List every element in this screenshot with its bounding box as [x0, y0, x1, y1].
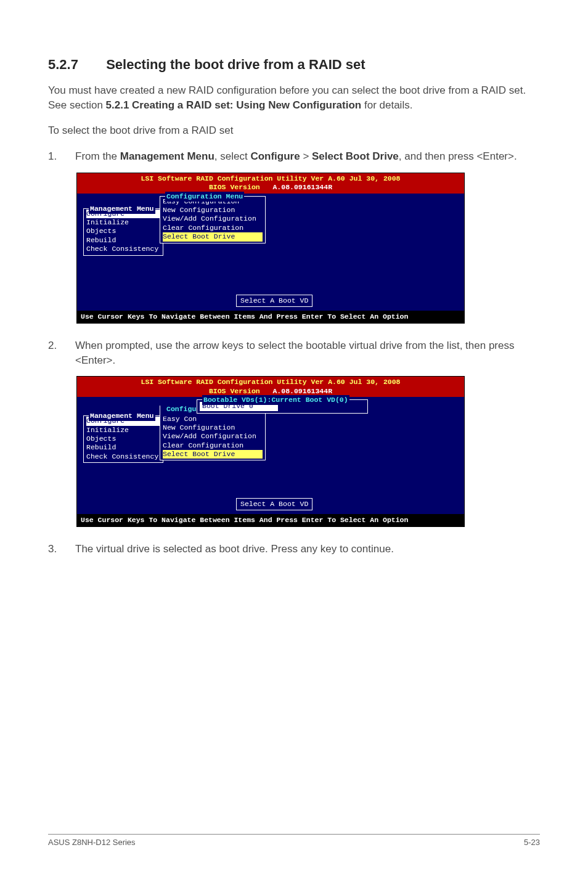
bios1-select-boot-vd-label: Select A Boot VD — [240, 296, 308, 304]
step-3-text: The virtual drive is selected as boot dr… — [75, 542, 540, 557]
step-3: 3. The virtual drive is selected as boot… — [48, 542, 540, 557]
step-1-frag-4: , and then press <Enter>. — [399, 150, 517, 162]
section-number: 5.2.7 — [48, 55, 102, 75]
step-1-bold-1: Management Menu — [120, 150, 214, 162]
step-2-number: 2. — [48, 338, 75, 368]
bios2-bootable-vds: Bootable VDs(1):Current Boot VD(0) Boot … — [197, 399, 368, 414]
step-1-number: 1. — [48, 149, 75, 164]
bios2-management-menu: Management Menu Configure Initialize Obj… — [83, 415, 163, 463]
step-1-bold-3: Select Boot Drive — [312, 150, 399, 162]
bios2-header-line2a: BIOS Version — [209, 387, 260, 395]
bios2-header: LSI Software RAID Configuration Utility … — [77, 377, 464, 397]
footer-right: 5-23 — [524, 837, 540, 848]
bios1-mgmt-check[interactable]: Check Consistency — [86, 245, 160, 253]
bios1-header: LSI Software RAID Configuration Utility … — [77, 173, 464, 194]
lead-paragraph: To select the boot drive from a RAID set — [48, 123, 540, 138]
bios2-select-boot-vd: Select A Boot VD — [236, 498, 312, 510]
section-title: Selecting the boot drive from a RAID set — [106, 57, 365, 72]
bios1-config-menu: Configuration Menu Easy Configuration Ne… — [160, 196, 266, 243]
page-footer: ASUS Z8NH-D12 Series 5-23 — [48, 834, 540, 848]
section-heading: 5.2.7 Selecting the boot drive from a RA… — [48, 55, 540, 75]
bios-screenshot-1: LSI Software RAID Configuration Utility … — [76, 173, 465, 324]
bios1-header-line2b: A.08.09161344R — [272, 183, 332, 191]
step-2: 2. When prompted, use the arrow keys to … — [48, 338, 540, 368]
bios2-mgmt-initialize[interactable]: Initialize — [86, 426, 160, 435]
bios2-config-menu: Configu x Easy Con New Configuration Vie… — [160, 406, 266, 460]
bios2-select-boot-vd-label: Select A Boot VD — [240, 500, 308, 508]
bios1-cfg-new[interactable]: New Configuration — [163, 206, 263, 214]
bios1-cfg-select[interactable]: Select Boot Drive — [163, 232, 263, 241]
bios1-mgmt-rebuild[interactable]: Rebuild — [86, 236, 160, 245]
step-1-text: From the Management Menu, select Configu… — [75, 149, 540, 164]
step-1-frag-2: , select — [214, 150, 251, 162]
bios1-footer: Use Cursor Keys To Navigate Between Item… — [77, 311, 464, 323]
bios-screenshot-2: LSI Software RAID Configuration Utility … — [76, 376, 465, 527]
bios2-footer: Use Cursor Keys To Navigate Between Item… — [77, 514, 464, 526]
bios1-mgmt-objects[interactable]: Objects — [86, 227, 160, 235]
bios1-management-menu: Management Menu Configure Initialize Obj… — [83, 208, 163, 256]
bios1-select-boot-vd: Select A Boot VD — [236, 295, 312, 307]
step-1-frag-1: From the — [75, 150, 120, 162]
bios1-body: Management Menu Configure Initialize Obj… — [77, 194, 464, 311]
step-3-number: 3. — [48, 542, 75, 557]
bios2-cfg-select[interactable]: Select Boot Drive — [163, 450, 263, 459]
bios2-cfg-clear[interactable]: Clear Configuration — [163, 441, 263, 450]
bios2-cfg-new[interactable]: New Configuration — [163, 423, 263, 432]
step-1: 1. From the Management Menu, select Conf… — [48, 149, 540, 164]
step-1-bold-2: Configure — [250, 150, 300, 162]
bios1-cfg-view[interactable]: View/Add Configuration — [163, 214, 263, 223]
bios2-easy-con: Easy Con — [163, 415, 263, 423]
intro-bold-ref: 5.2.1 Creating a RAID set: Using New Con… — [106, 99, 362, 111]
bios2-mgmt-objects[interactable]: Objects — [86, 435, 160, 443]
bios1-header-line2a: BIOS Version — [209, 183, 260, 191]
bios1-management-legend: Management Menu — [89, 204, 155, 214]
bios1-cfg-clear[interactable]: Clear Configuration — [163, 224, 263, 232]
bios2-cfg-view[interactable]: View/Add Configuration — [163, 432, 263, 441]
bios2-body: Management Menu Configure Initialize Obj… — [77, 397, 464, 514]
bios1-mgmt-initialize[interactable]: Initialize — [86, 218, 160, 227]
step-2-text: When prompted, use the arrow keys to sel… — [75, 338, 540, 368]
step-1-frag-3: > — [300, 150, 312, 162]
bios2-header-line2b: A.08.09161344R — [272, 387, 332, 395]
bios2-mgmt-check[interactable]: Check Consistency — [86, 452, 160, 461]
bios2-bootable-legend: Bootable VDs(1):Current Boot VD(0) — [202, 395, 349, 405]
bios2-management-legend: Management Menu — [89, 411, 155, 421]
intro-paragraph: You must have created a new RAID configu… — [48, 83, 540, 113]
bios1-config-legend: Configuration Menu — [165, 192, 244, 202]
footer-left: ASUS Z8NH-D12 Series — [48, 837, 136, 848]
intro-text-2: for details. — [361, 99, 412, 111]
bios2-header-line1: LSI Software RAID Configuration Utility … — [77, 378, 464, 386]
bios2-config-legend: Configu — [165, 404, 197, 414]
bios2-mgmt-rebuild[interactable]: Rebuild — [86, 443, 160, 452]
bios1-header-line1: LSI Software RAID Configuration Utility … — [77, 174, 464, 183]
